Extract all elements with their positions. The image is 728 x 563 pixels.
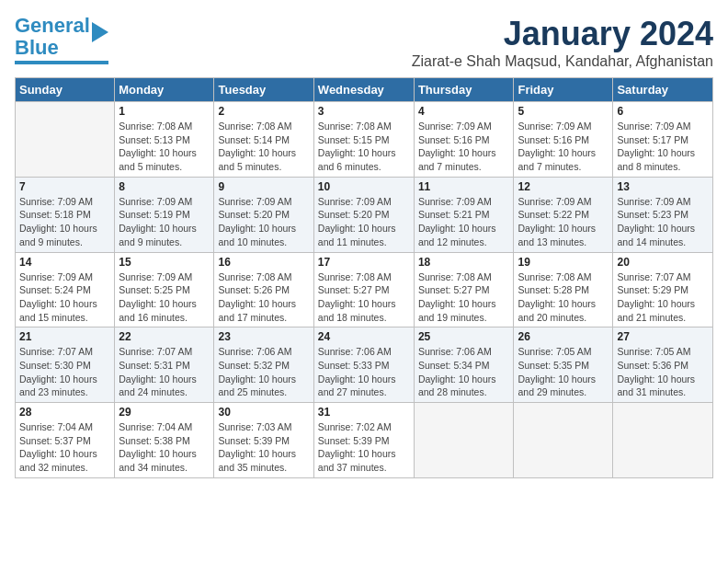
day-info: Sunrise: 7:07 AM Sunset: 5:30 PM Dayligh… bbox=[19, 345, 110, 399]
day-number: 3 bbox=[318, 105, 410, 118]
calendar-cell: 1Sunrise: 7:08 AM Sunset: 5:13 PM Daylig… bbox=[115, 102, 214, 178]
header-cell-tuesday: Tuesday bbox=[214, 78, 313, 102]
day-info: Sunrise: 7:09 AM Sunset: 5:24 PM Dayligh… bbox=[19, 270, 110, 325]
calendar-week-1: 1Sunrise: 7:08 AM Sunset: 5:13 PM Daylig… bbox=[16, 102, 713, 178]
day-info: Sunrise: 7:06 AM Sunset: 5:34 PM Dayligh… bbox=[418, 345, 510, 399]
calendar-cell: 17Sunrise: 7:08 AM Sunset: 5:27 PM Dayli… bbox=[313, 252, 414, 327]
page-header: General Blue January 2024 Ziarat-e Shah … bbox=[15, 15, 713, 70]
calendar-cell: 9Sunrise: 7:09 AM Sunset: 5:20 PM Daylig… bbox=[214, 177, 313, 252]
title-section: January 2024 Ziarat-e Shah Maqsud, Kanda… bbox=[412, 15, 713, 70]
header-cell-wednesday: Wednesday bbox=[313, 78, 414, 102]
day-number: 5 bbox=[518, 105, 609, 118]
day-info: Sunrise: 7:09 AM Sunset: 5:23 PM Dayligh… bbox=[617, 195, 709, 249]
day-info: Sunrise: 7:09 AM Sunset: 5:25 PM Dayligh… bbox=[119, 270, 210, 325]
calendar-cell: 8Sunrise: 7:09 AM Sunset: 5:19 PM Daylig… bbox=[115, 177, 214, 252]
calendar-cell: 26Sunrise: 7:05 AM Sunset: 5:35 PM Dayli… bbox=[514, 327, 613, 403]
logo: General Blue bbox=[15, 15, 108, 64]
calendar-cell: 3Sunrise: 7:08 AM Sunset: 5:15 PM Daylig… bbox=[313, 102, 414, 178]
day-info: Sunrise: 7:08 AM Sunset: 5:26 PM Dayligh… bbox=[218, 270, 309, 325]
calendar-week-5: 28Sunrise: 7:04 AM Sunset: 5:37 PM Dayli… bbox=[16, 403, 713, 478]
day-info: Sunrise: 7:06 AM Sunset: 5:32 PM Dayligh… bbox=[218, 345, 309, 399]
day-number: 14 bbox=[19, 256, 110, 269]
day-number: 12 bbox=[518, 180, 609, 193]
day-info: Sunrise: 7:09 AM Sunset: 5:16 PM Dayligh… bbox=[418, 120, 510, 174]
logo-arrow-icon bbox=[92, 22, 108, 42]
day-info: Sunrise: 7:09 AM Sunset: 5:17 PM Dayligh… bbox=[617, 120, 709, 174]
day-info: Sunrise: 7:09 AM Sunset: 5:20 PM Dayligh… bbox=[318, 195, 410, 249]
day-info: Sunrise: 7:05 AM Sunset: 5:36 PM Dayligh… bbox=[617, 345, 709, 399]
header-cell-monday: Monday bbox=[115, 78, 214, 102]
day-info: Sunrise: 7:09 AM Sunset: 5:19 PM Dayligh… bbox=[119, 195, 210, 249]
day-info: Sunrise: 7:08 AM Sunset: 5:27 PM Dayligh… bbox=[418, 270, 510, 325]
day-number: 4 bbox=[418, 105, 510, 118]
day-info: Sunrise: 7:09 AM Sunset: 5:21 PM Dayligh… bbox=[418, 195, 510, 249]
calendar-week-3: 14Sunrise: 7:09 AM Sunset: 5:24 PM Dayli… bbox=[16, 252, 713, 327]
calendar-cell: 22Sunrise: 7:07 AM Sunset: 5:31 PM Dayli… bbox=[115, 327, 214, 403]
day-number: 2 bbox=[218, 105, 309, 118]
day-number: 29 bbox=[119, 406, 210, 419]
day-number: 30 bbox=[218, 406, 309, 419]
day-number: 25 bbox=[418, 330, 510, 343]
header-cell-sunday: Sunday bbox=[16, 78, 115, 102]
calendar-cell: 20Sunrise: 7:07 AM Sunset: 5:29 PM Dayli… bbox=[613, 252, 713, 327]
day-info: Sunrise: 7:08 AM Sunset: 5:28 PM Dayligh… bbox=[518, 270, 609, 325]
day-number: 24 bbox=[318, 330, 410, 343]
calendar-cell: 10Sunrise: 7:09 AM Sunset: 5:20 PM Dayli… bbox=[313, 177, 414, 252]
header-cell-friday: Friday bbox=[514, 78, 613, 102]
logo-general: General bbox=[15, 14, 90, 37]
calendar-subtitle: Ziarat-e Shah Maqsud, Kandahar, Afghanis… bbox=[412, 53, 713, 70]
day-number: 20 bbox=[617, 256, 709, 269]
calendar-cell bbox=[514, 403, 613, 478]
day-info: Sunrise: 7:07 AM Sunset: 5:29 PM Dayligh… bbox=[617, 270, 709, 325]
calendar-cell: 25Sunrise: 7:06 AM Sunset: 5:34 PM Dayli… bbox=[414, 327, 514, 403]
calendar-cell: 5Sunrise: 7:09 AM Sunset: 5:16 PM Daylig… bbox=[514, 102, 613, 178]
calendar-table: SundayMondayTuesdayWednesdayThursdayFrid… bbox=[15, 77, 713, 478]
calendar-week-4: 21Sunrise: 7:07 AM Sunset: 5:30 PM Dayli… bbox=[16, 327, 713, 403]
calendar-cell: 19Sunrise: 7:08 AM Sunset: 5:28 PM Dayli… bbox=[514, 252, 613, 327]
day-number: 13 bbox=[617, 180, 709, 193]
day-info: Sunrise: 7:04 AM Sunset: 5:38 PM Dayligh… bbox=[119, 420, 210, 475]
day-number: 7 bbox=[19, 180, 110, 193]
calendar-cell: 18Sunrise: 7:08 AM Sunset: 5:27 PM Dayli… bbox=[414, 252, 514, 327]
calendar-cell: 21Sunrise: 7:07 AM Sunset: 5:30 PM Dayli… bbox=[16, 327, 115, 403]
calendar-cell: 6Sunrise: 7:09 AM Sunset: 5:17 PM Daylig… bbox=[613, 102, 713, 178]
logo-bar bbox=[15, 61, 108, 64]
calendar-cell: 7Sunrise: 7:09 AM Sunset: 5:18 PM Daylig… bbox=[16, 177, 115, 252]
header-row: SundayMondayTuesdayWednesdayThursdayFrid… bbox=[16, 78, 713, 102]
calendar-cell: 13Sunrise: 7:09 AM Sunset: 5:23 PM Dayli… bbox=[613, 177, 713, 252]
calendar-cell: 23Sunrise: 7:06 AM Sunset: 5:32 PM Dayli… bbox=[214, 327, 313, 403]
day-number: 27 bbox=[617, 330, 709, 343]
day-info: Sunrise: 7:09 AM Sunset: 5:20 PM Dayligh… bbox=[218, 195, 309, 249]
calendar-cell: 11Sunrise: 7:09 AM Sunset: 5:21 PM Dayli… bbox=[414, 177, 514, 252]
day-info: Sunrise: 7:02 AM Sunset: 5:39 PM Dayligh… bbox=[318, 420, 410, 475]
day-info: Sunrise: 7:09 AM Sunset: 5:18 PM Dayligh… bbox=[19, 195, 110, 249]
day-info: Sunrise: 7:07 AM Sunset: 5:31 PM Dayligh… bbox=[119, 345, 210, 399]
logo-blue: Blue bbox=[15, 36, 59, 59]
calendar-cell bbox=[16, 102, 115, 178]
calendar-cell: 12Sunrise: 7:09 AM Sunset: 5:22 PM Dayli… bbox=[514, 177, 613, 252]
calendar-cell: 28Sunrise: 7:04 AM Sunset: 5:37 PM Dayli… bbox=[16, 403, 115, 478]
calendar-cell: 30Sunrise: 7:03 AM Sunset: 5:39 PM Dayli… bbox=[214, 403, 313, 478]
day-info: Sunrise: 7:08 AM Sunset: 5:15 PM Dayligh… bbox=[318, 120, 410, 174]
calendar-cell: 24Sunrise: 7:06 AM Sunset: 5:33 PM Dayli… bbox=[313, 327, 414, 403]
day-info: Sunrise: 7:05 AM Sunset: 5:35 PM Dayligh… bbox=[518, 345, 609, 399]
calendar-cell: 4Sunrise: 7:09 AM Sunset: 5:16 PM Daylig… bbox=[414, 102, 514, 178]
day-info: Sunrise: 7:08 AM Sunset: 5:14 PM Dayligh… bbox=[218, 120, 309, 174]
day-number: 31 bbox=[318, 406, 410, 419]
calendar-cell bbox=[414, 403, 514, 478]
day-number: 18 bbox=[418, 256, 510, 269]
day-number: 17 bbox=[318, 256, 410, 269]
day-info: Sunrise: 7:08 AM Sunset: 5:13 PM Dayligh… bbox=[119, 120, 210, 174]
calendar-cell: 15Sunrise: 7:09 AM Sunset: 5:25 PM Dayli… bbox=[115, 252, 214, 327]
day-number: 6 bbox=[617, 105, 709, 118]
day-number: 16 bbox=[218, 256, 309, 269]
day-number: 28 bbox=[19, 406, 110, 419]
header-cell-saturday: Saturday bbox=[613, 78, 713, 102]
calendar-cell: 27Sunrise: 7:05 AM Sunset: 5:36 PM Dayli… bbox=[613, 327, 713, 403]
day-number: 22 bbox=[119, 330, 210, 343]
day-number: 26 bbox=[518, 330, 609, 343]
day-info: Sunrise: 7:04 AM Sunset: 5:37 PM Dayligh… bbox=[19, 420, 110, 475]
day-number: 11 bbox=[418, 180, 510, 193]
calendar-cell: 16Sunrise: 7:08 AM Sunset: 5:26 PM Dayli… bbox=[214, 252, 313, 327]
svg-marker-0 bbox=[92, 22, 108, 42]
